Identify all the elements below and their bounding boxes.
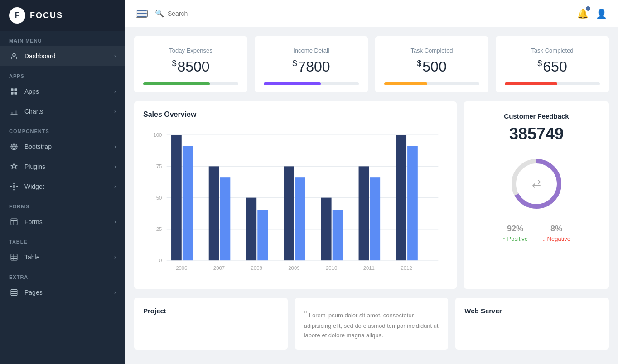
sidebar-item-plugins[interactable]: Plugins › — [0, 157, 125, 177]
lorem-card: "Lorem ipsum dolor sit amet, consectetur… — [295, 298, 449, 350]
lorem-text: "Lorem ipsum dolor sit amet, consectetur… — [304, 307, 439, 340]
charts-chevron: › — [114, 108, 116, 115]
progress-bg-income-detail — [264, 82, 359, 85]
header: 🔍 🔔 👤 — [125, 0, 618, 27]
notification-badge — [586, 6, 590, 11]
svg-point-0 — [13, 53, 15, 56]
dashboard-chevron: › — [114, 53, 116, 59]
stat-card-title-income-detail: Income Detail — [264, 47, 359, 54]
sidebar-item-dashboard[interactable]: Dashboard › — [0, 46, 125, 66]
sidebar-logo: F FOCUS — [0, 0, 125, 31]
feedback-positive: 92% ↑ Positive — [502, 224, 528, 242]
stat-card-income-detail: Income Detail $7800 — [255, 36, 368, 92]
dashboard-icon — [9, 51, 19, 61]
svg-rect-16 — [11, 219, 17, 225]
search-input[interactable] — [168, 10, 570, 17]
sidebar-item-forms[interactable]: Forms › — [0, 212, 125, 232]
stat-card-title-task-completed-2: Task Completed — [505, 47, 600, 54]
apps-icon — [9, 86, 19, 96]
feedback-title: Customer Feedback — [504, 112, 569, 120]
sidebar: F FOCUS MAIN MENU Dashboard › APPS Apps … — [0, 0, 125, 364]
svg-rect-38 — [209, 166, 219, 260]
svg-rect-1 — [11, 88, 13, 91]
stat-cards: Today Expenses $8500 Income Detail $7800 — [134, 36, 609, 92]
charts-label: Charts — [24, 108, 114, 115]
logo-text: FOCUS — [30, 11, 63, 20]
svg-text:2011: 2011 — [363, 265, 375, 271]
svg-text:2010: 2010 — [326, 265, 337, 271]
progress-fill-today-expenses — [143, 82, 210, 85]
sales-chart-svg: 100 75 50 25 0 — [143, 126, 448, 280]
progress-fill-task-completed-2 — [505, 82, 557, 85]
svg-text:25: 25 — [156, 226, 162, 232]
feedback-donut: ⇄ — [507, 154, 566, 213]
negative-arrow-icon: ↓ — [542, 235, 546, 242]
logo-icon: F — [9, 7, 25, 24]
customer-feedback-card: Customer Feedback 385749 ⇄ 92% — [464, 101, 609, 289]
feedback-stats: 92% ↑ Positive 8% ↓ Negative — [502, 224, 570, 242]
svg-rect-48 — [396, 135, 406, 260]
bootstrap-chevron: › — [114, 144, 116, 150]
sidebar-item-widget[interactable]: Widget › — [0, 177, 125, 196]
negative-label: ↓ Negative — [542, 235, 570, 242]
main-row: Sales Overview 100 75 50 25 0 — [134, 101, 609, 289]
svg-rect-19 — [11, 254, 17, 260]
svg-rect-36 — [171, 135, 182, 260]
search-wrapper: 🔍 — [155, 9, 570, 18]
progress-fill-task-completed-1 — [384, 82, 427, 85]
sales-overview-card: Sales Overview 100 75 50 25 0 — [134, 101, 457, 289]
forms-icon — [9, 217, 19, 227]
progress-fill-income-detail — [264, 82, 321, 85]
sidebar-item-pages[interactable]: Pages › — [0, 283, 125, 302]
search-icon: 🔍 — [155, 9, 164, 18]
sidebar-item-bootstrap[interactable]: Bootstrap › — [0, 137, 125, 157]
svg-text:50: 50 — [156, 195, 162, 201]
negative-pct: 8% — [542, 224, 570, 234]
svg-rect-45 — [333, 210, 343, 261]
svg-text:75: 75 — [156, 163, 162, 169]
svg-text:2009: 2009 — [288, 265, 299, 271]
svg-rect-43 — [295, 177, 305, 260]
svg-rect-40 — [246, 198, 256, 261]
svg-text:100: 100 — [153, 132, 162, 138]
svg-rect-49 — [407, 146, 418, 260]
forms-chevron: › — [114, 219, 116, 225]
svg-rect-3 — [11, 92, 13, 95]
svg-rect-42 — [284, 166, 294, 260]
section-forms: FORMS — [0, 196, 125, 212]
svg-point-15 — [17, 186, 18, 187]
sidebar-item-table[interactable]: Table › — [0, 247, 125, 267]
stat-card-task-completed-1: Task Completed $500 — [375, 36, 488, 92]
stat-card-value-today-expenses: $8500 — [143, 58, 238, 75]
sales-overview-title: Sales Overview — [143, 110, 448, 119]
svg-rect-37 — [183, 146, 193, 260]
sales-chart: 100 75 50 25 0 — [143, 126, 448, 280]
bootstrap-icon — [9, 142, 19, 152]
dashboard-label: Dashboard — [24, 53, 114, 60]
sidebar-item-apps[interactable]: Apps › — [0, 81, 125, 101]
svg-point-12 — [14, 183, 14, 184]
feedback-negative: 8% ↓ Negative — [542, 224, 570, 242]
apps-chevron: › — [114, 88, 116, 95]
stat-card-today-expenses: Today Expenses $8500 — [134, 36, 247, 92]
svg-rect-46 — [359, 166, 369, 260]
svg-text:2006: 2006 — [176, 265, 187, 271]
svg-rect-2 — [15, 88, 17, 91]
widget-icon — [9, 182, 19, 192]
pages-icon — [9, 287, 19, 297]
bootstrap-label: Bootstrap — [24, 143, 114, 150]
section-extra: EXTRA — [0, 267, 125, 283]
svg-text:2008: 2008 — [251, 265, 262, 271]
section-table: TABLE — [0, 232, 125, 247]
table-icon — [9, 252, 19, 262]
pages-label: Pages — [24, 289, 114, 296]
svg-rect-23 — [11, 289, 17, 296]
widget-chevron: › — [114, 183, 116, 190]
hamburger-button[interactable] — [136, 10, 148, 18]
user-button[interactable]: 👤 — [596, 8, 607, 19]
widget-label: Widget — [24, 183, 114, 190]
section-main-menu: MAIN MENU — [0, 31, 125, 46]
notifications-button[interactable]: 🔔 — [577, 8, 589, 19]
web-server-title: Web Server — [464, 307, 600, 315]
sidebar-item-charts[interactable]: Charts › — [0, 101, 125, 121]
